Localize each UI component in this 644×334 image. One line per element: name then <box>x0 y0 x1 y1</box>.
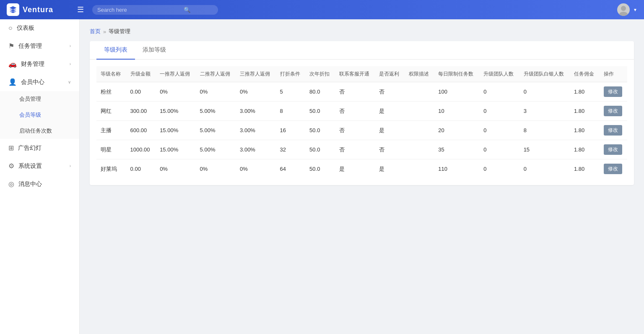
dashboard-icon: ○ <box>8 24 13 32</box>
table-row: 网红300.0015.00%5.00%3.00%850.0否是10031.80修… <box>96 102 627 121</box>
table-cell: 3 <box>519 102 570 121</box>
messages-icon: ◎ <box>8 180 14 188</box>
table-cell: 1.80 <box>570 102 600 121</box>
table-cell: 0% <box>156 82 195 102</box>
table-cell: 1.80 <box>570 82 600 102</box>
sidebar-item-dashboard[interactable]: ○ 仪表板 <box>0 19 79 37</box>
sidebar-item-task-count[interactable]: 启动任务次数 <box>0 123 79 139</box>
table-cell: 0 <box>479 102 519 121</box>
table-cell: 0 <box>519 159 570 179</box>
table-cell <box>405 159 434 179</box>
edit-button[interactable]: 修改 <box>604 106 622 116</box>
table-cell: 50.0 <box>305 102 335 121</box>
member-submenu: 会员管理 会员等级 启动任务次数 <box>0 91 79 139</box>
menu-toggle-button[interactable]: ☰ <box>74 3 87 16</box>
table-cell: 0% <box>156 159 195 179</box>
table-cell: 否 <box>335 82 375 102</box>
table-cell: 1.80 <box>570 159 600 179</box>
table-cell: 是 <box>375 159 405 179</box>
sidebar-item-member-level[interactable]: 会员等级 <box>0 107 79 123</box>
table-cell: 5.00% <box>196 102 236 121</box>
table-row: 明星1000.0015.00%5.00%3.00%3250.0否否350151.… <box>96 140 627 159</box>
table-cell <box>405 102 434 121</box>
col-annual-discount: 次年折扣 <box>305 66 335 82</box>
table-cell: 3.00% <box>236 102 275 121</box>
breadcrumb: 首页 » 等级管理 <box>90 28 634 35</box>
edit-button[interactable]: 修改 <box>604 125 622 136</box>
table-cell: 16 <box>276 121 306 140</box>
col-ref3: 三推荐人返佣 <box>236 66 275 82</box>
avatar[interactable] <box>617 3 630 16</box>
action-cell: 修改 <box>600 140 627 159</box>
table-cell: 100 <box>434 82 479 102</box>
sidebar-item-task[interactable]: ⚑ 任务管理 › <box>0 37 79 55</box>
main-card: 等级列表 添加等级 等级名称 升级金额 一推荐人返佣 二推荐人返佣 三推荐人返佣… <box>90 41 634 185</box>
svg-point-1 <box>619 12 628 16</box>
sidebar-item-finance[interactable]: 🚗 财务管理 › <box>0 55 79 73</box>
table-cell: 0 <box>519 82 570 102</box>
chevron-down-icon: ∨ <box>68 80 71 84</box>
table-cell: 1.80 <box>570 121 600 140</box>
svg-point-0 <box>621 6 626 11</box>
table-cell: 否 <box>335 102 375 121</box>
action-cell: 修改 <box>600 159 627 179</box>
table-cell: 好莱坞 <box>96 159 126 179</box>
table-row: 好莱坞0.000%0%0%6450.0是是110001.80修改 <box>96 159 627 179</box>
sidebar-item-messages[interactable]: ◎ 消息中心 <box>0 175 79 193</box>
adlight-icon: ⊞ <box>8 144 14 152</box>
finance-icon: 🚗 <box>8 60 17 68</box>
edit-button[interactable]: 修改 <box>604 144 622 155</box>
table-cell: 是 <box>375 121 405 140</box>
table-cell: 80.0 <box>305 82 335 102</box>
col-name: 等级名称 <box>96 66 126 82</box>
level-table: 等级名称 升级金额 一推荐人返佣 二推荐人返佣 三推荐人返佣 打折条件 次年折扣… <box>96 66 627 178</box>
col-permission: 权限描述 <box>405 66 434 82</box>
sidebar-item-member[interactable]: 👤 会员中心 ∨ <box>0 73 79 91</box>
table-cell: 15.00% <box>156 121 195 140</box>
sidebar-item-label: 广告幻灯 <box>18 144 71 152</box>
app-name: Ventura <box>23 5 53 14</box>
table-cell: 1.80 <box>570 140 600 159</box>
col-ref2: 二推荐人返佣 <box>196 66 236 82</box>
table-cell: 是 <box>375 102 405 121</box>
tab-list[interactable]: 等级列表 <box>96 41 135 60</box>
edit-button[interactable]: 修改 <box>604 86 622 97</box>
sidebar-item-label: 系统设置 <box>18 162 65 170</box>
table-row: 主播600.0015.00%5.00%3.00%1650.0否是20081.80… <box>96 121 627 140</box>
chevron-right-icon: › <box>70 62 71 66</box>
task-icon: ⚑ <box>8 42 14 50</box>
col-daily-tasks: 每日限制任务数 <box>434 66 479 82</box>
tab-bar: 等级列表 添加等级 <box>90 41 634 60</box>
search-button[interactable]: 🔍 <box>184 7 191 13</box>
table-cell: 8 <box>276 102 306 121</box>
avatar-dropdown-caret[interactable]: ▼ <box>633 8 637 12</box>
chevron-right-icon: › <box>70 44 71 48</box>
table-cell: 0.00 <box>126 82 156 102</box>
col-commission: 任务佣金 <box>570 66 600 82</box>
table-cell: 0 <box>479 82 519 102</box>
breadcrumb-home[interactable]: 首页 <box>90 28 101 35</box>
content-area: 首页 » 等级管理 等级列表 添加等级 等级名称 升级金额 一推荐人返佣 二推荐… <box>80 19 644 334</box>
table-cell: 网红 <box>96 102 126 121</box>
table-cell: 35 <box>434 140 479 159</box>
sidebar-item-member-mgmt[interactable]: 会员管理 <box>0 91 79 107</box>
table-cell: 0% <box>236 159 275 179</box>
search-input[interactable] <box>97 7 181 13</box>
table-cell: 15.00% <box>156 102 195 121</box>
table-cell: 300.00 <box>126 102 156 121</box>
settings-icon: ⚙ <box>8 162 14 170</box>
table-wrapper: 等级名称 升级金额 一推荐人返佣 二推荐人返佣 三推荐人返佣 打折条件 次年折扣… <box>90 60 634 185</box>
chevron-right-icon: › <box>70 164 71 168</box>
table-cell: 否 <box>375 82 405 102</box>
table-cell <box>405 82 434 102</box>
table-cell: 50.0 <box>305 121 335 140</box>
sidebar-item-adlight[interactable]: ⊞ 广告幻灯 <box>0 139 79 157</box>
table-cell: 50.0 <box>305 140 335 159</box>
table-cell: 否 <box>375 140 405 159</box>
col-discount-cond: 打折条件 <box>276 66 306 82</box>
tab-add[interactable]: 添加等级 <box>135 41 174 60</box>
table-cell: 0% <box>236 82 275 102</box>
logo-icon <box>7 3 19 16</box>
edit-button[interactable]: 修改 <box>604 164 622 174</box>
sidebar-item-settings[interactable]: ⚙ 系统设置 › <box>0 157 79 175</box>
